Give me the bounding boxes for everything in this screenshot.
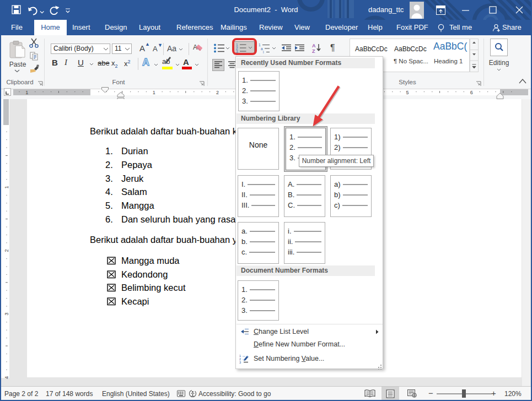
svg-text:5: 5: [406, 90, 409, 95]
svg-text:A: A: [312, 43, 316, 48]
svg-text:i: i: [263, 50, 264, 53]
svg-text:1: 1: [153, 90, 155, 95]
svg-text:4: 4: [4, 376, 9, 379]
svg-text:1: 1: [25, 90, 28, 95]
svg-text:2: 2: [216, 90, 219, 95]
svg-text:3: 3: [239, 361, 241, 364]
svg-text:3: 3: [4, 312, 9, 315]
svg-text:6: 6: [470, 90, 473, 95]
svg-text:1: 1: [4, 186, 9, 188]
svg-text:2: 2: [4, 249, 9, 252]
svg-text:Z: Z: [312, 48, 315, 53]
